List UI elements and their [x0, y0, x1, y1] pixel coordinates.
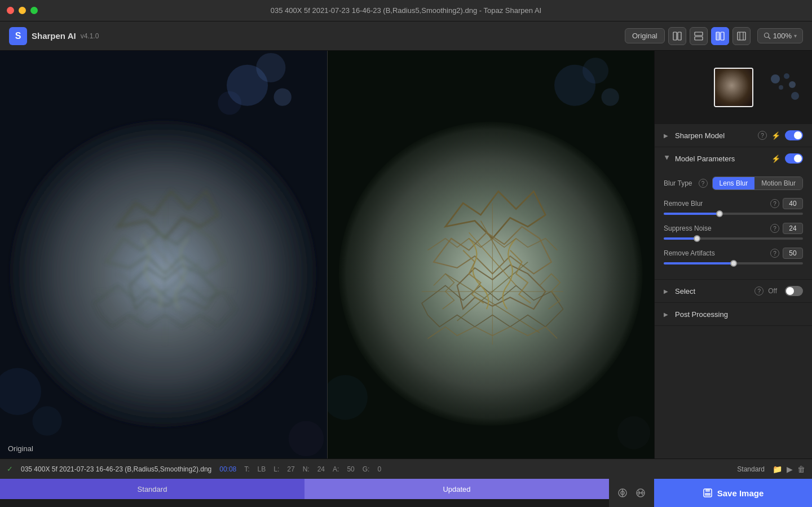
remove-artifacts-help[interactable]: ? [770, 249, 779, 258]
standard-button[interactable]: Standard [0, 479, 304, 499]
compare-button[interactable] [732, 27, 751, 45]
window-title: 035 400X 5f 2021-07-23 16-46-23 (B,Radiu… [271, 6, 541, 15]
remove-blur-thumb[interactable] [716, 210, 723, 217]
select-header[interactable]: ▶ Select ? Off [655, 280, 812, 302]
g-label: G: [363, 465, 370, 473]
model-parameters-title: Model Parameters [675, 155, 767, 163]
svg-point-17 [32, 406, 61, 435]
logo-icon: S [9, 27, 27, 45]
svg-rect-3 [695, 37, 703, 40]
split-v-button[interactable] [690, 27, 708, 45]
svg-rect-52 [705, 489, 710, 492]
suppress-noise-fill [664, 237, 697, 240]
svg-point-18 [289, 421, 324, 456]
right-sidebar: ▶ Sharpen Model ? ⚡ ▶ Model Parameters ⚡ [654, 51, 812, 458]
suppress-noise-track[interactable] [664, 237, 803, 240]
model-parameters-toggle[interactable] [785, 153, 803, 164]
status-check: ✓ [7, 465, 13, 473]
post-processing-arrow: ▶ [664, 311, 670, 318]
title-bar: 035 400X 5f 2021-07-23 16-46-23 (B,Radiu… [0, 0, 812, 21]
process-area: Standard Updated [0, 479, 654, 507]
view-controls: Original [625, 27, 751, 45]
status-filename: 035 400X 5f 2021-07-23 16-46-23 (B,Radiu… [21, 465, 211, 473]
remove-blur-help[interactable]: ? [770, 199, 779, 208]
play-icon[interactable]: ▶ [787, 465, 793, 474]
svg-point-14 [218, 91, 241, 115]
minimize-button[interactable] [19, 7, 26, 14]
zoom-control[interactable]: 100% ▾ [757, 28, 803, 43]
remove-artifacts-thumb[interactable] [730, 260, 737, 267]
close-button[interactable] [7, 7, 14, 14]
maximize-button[interactable] [30, 7, 38, 14]
remove-blur-fill [664, 213, 720, 215]
save-area: Save Image [654, 479, 812, 507]
svg-rect-1 [678, 32, 681, 40]
svg-line-10 [768, 37, 770, 39]
remove-artifacts-row: Remove Artifacts ? 50 [664, 248, 803, 264]
sharpen-model-header[interactable]: ▶ Sharpen Model ? ⚡ [655, 124, 812, 147]
remove-blur-value[interactable]: 40 [783, 198, 803, 209]
svg-point-15 [274, 89, 292, 106]
bottom-area: ✓ 035 400X 5f 2021-07-23 16-46-23 (B,Rad… [0, 458, 812, 507]
right-image-panel[interactable] [328, 51, 655, 458]
remove-blur-track[interactable] [664, 213, 803, 215]
suppress-noise-thumb[interactable] [694, 235, 700, 242]
sharpen-model-toggle[interactable] [785, 130, 803, 140]
select-toggle[interactable] [785, 286, 803, 296]
remove-artifacts-label: Remove Artifacts [664, 249, 767, 257]
remove-artifacts-track[interactable] [664, 262, 803, 264]
suppress-noise-help[interactable]: ? [770, 224, 779, 233]
left-image-panel[interactable]: Original [0, 51, 328, 458]
blur-type-label: Blur Type [664, 179, 694, 187]
svg-point-44 [779, 85, 783, 90]
split-h-button[interactable] [668, 27, 686, 45]
updated-button[interactable]: Updated [304, 479, 609, 499]
motion-blur-button[interactable]: Motion Blur [754, 177, 802, 189]
params-content: Blur Type ? Lens Blur Motion Blur Remove… [655, 170, 812, 279]
compare-icon-2[interactable] [633, 485, 648, 501]
svg-point-13 [256, 53, 285, 82]
svg-rect-0 [673, 32, 677, 40]
save-image-label: Save Image [717, 488, 764, 498]
save-image-button[interactable]: Save Image [654, 479, 812, 507]
remove-blur-row: Remove Blur ? 40 [664, 198, 803, 215]
image-area[interactable]: Original [0, 51, 654, 458]
suppress-noise-label: Suppress Noise [664, 224, 767, 232]
original-button[interactable]: Original [625, 28, 665, 43]
post-processing-title: Post Processing [675, 310, 803, 319]
compare-icon-1[interactable] [615, 485, 630, 501]
svg-rect-2 [695, 32, 703, 36]
action-bar: Standard Updated [0, 479, 812, 507]
app-version: v4.1.0 [81, 32, 99, 40]
svg-point-41 [771, 74, 780, 83]
status-standard: Standard [737, 465, 765, 473]
sharpen-model-help[interactable]: ? [758, 131, 767, 140]
status-time: 00:08 [219, 465, 236, 473]
select-arrow: ▶ [664, 288, 670, 294]
svg-point-42 [784, 73, 789, 79]
window-controls [7, 7, 38, 14]
suppress-noise-value[interactable]: 24 [783, 223, 803, 234]
zoom-chevron: ▾ [794, 33, 797, 39]
t-value: LB [258, 465, 266, 473]
folder-icon[interactable]: 📁 [773, 465, 782, 474]
blur-type-help[interactable]: ? [699, 179, 708, 188]
trash-icon[interactable]: 🗑 [797, 465, 805, 474]
model-parameters-header[interactable]: ▶ Model Parameters ⚡ [655, 147, 812, 170]
svg-point-43 [789, 81, 796, 88]
suppress-noise-row: Suppress Noise ? 24 [664, 223, 803, 240]
split-free-button[interactable] [711, 27, 729, 45]
blur-type-buttons: Lens Blur Motion Blur [712, 177, 803, 190]
app-logo: S Sharpen AI v4.1.0 [9, 27, 99, 45]
svg-point-20 [10, 121, 316, 427]
lens-blur-button[interactable]: Lens Blur [713, 177, 755, 189]
thumbnail-image[interactable] [714, 68, 753, 107]
svg-rect-6 [738, 32, 745, 40]
svg-point-45 [791, 92, 799, 100]
post-processing-header[interactable]: ▶ Post Processing [655, 303, 812, 325]
svg-rect-5 [721, 32, 724, 40]
svg-rect-53 [705, 493, 710, 496]
zoom-level: 100% [773, 32, 792, 40]
select-help[interactable]: ? [754, 286, 764, 296]
remove-artifacts-value[interactable]: 50 [783, 248, 803, 259]
